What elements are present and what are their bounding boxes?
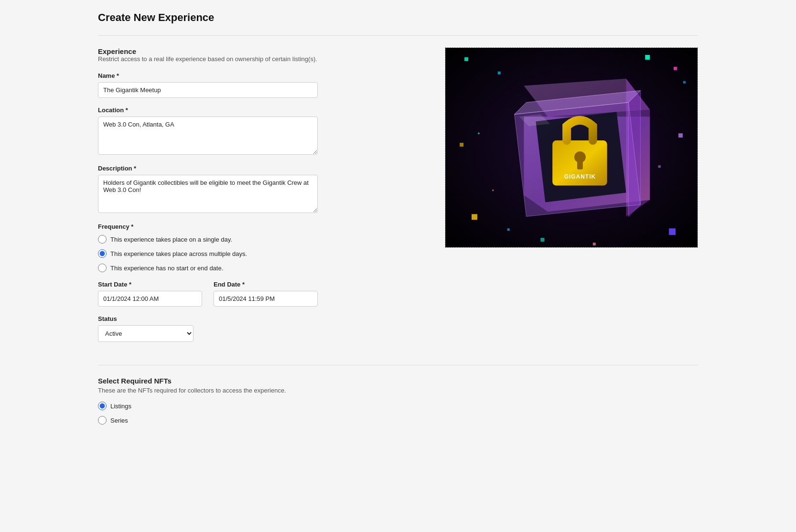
frequency-single-option[interactable]: This experience takes place on a single … (98, 235, 318, 244)
location-input[interactable]: Web 3.0 Con, Atlanta, GA (98, 117, 318, 155)
experience-subtext: Restrict access to a real life experienc… (98, 55, 318, 63)
end-date-input[interactable] (214, 291, 318, 307)
svg-text:GIGANTIK: GIGANTIK (564, 173, 596, 180)
svg-rect-5 (683, 81, 686, 84)
frequency-nodate-label: This experience has no start or end date… (110, 265, 223, 272)
svg-rect-6 (460, 143, 463, 147)
location-label: Location * (98, 106, 318, 114)
svg-rect-9 (669, 228, 676, 235)
nft-image: GIGANTIK (445, 48, 698, 247)
svg-point-30 (492, 190, 494, 192)
section-header: Experience Restrict access to a real lif… (98, 47, 318, 63)
frequency-field-group: Frequency * This experience takes place … (98, 223, 318, 272)
frequency-nodate-radio[interactable] (98, 264, 107, 272)
form-column: Experience Restrict access to a real lif… (98, 47, 318, 353)
frequency-single-label: This experience takes place on a single … (110, 236, 232, 243)
image-preview-area: GIGANTIK (445, 47, 698, 248)
nft-listings-option[interactable]: Listings (98, 402, 698, 410)
frequency-label: Frequency * (98, 223, 318, 230)
nft-series-label: Series (110, 417, 128, 424)
section-divider (98, 365, 698, 365)
start-date-input[interactable] (98, 291, 202, 307)
svg-rect-3 (645, 55, 650, 60)
nfts-heading: Select Required NFTs (98, 377, 698, 385)
svg-rect-7 (472, 214, 477, 220)
page-container: Create New Experience Experience Restric… (83, 0, 713, 532)
svg-rect-11 (593, 243, 596, 245)
nft-listings-radio[interactable] (98, 402, 107, 410)
svg-rect-22 (577, 161, 583, 170)
nfts-subtext: These are the NFTs required for collecto… (98, 387, 698, 394)
description-input[interactable]: Holders of Gigantik collectibles will be… (98, 175, 318, 213)
svg-rect-2 (498, 72, 501, 74)
nft-svg: GIGANTIK (445, 48, 698, 247)
nft-section: Select Required NFTs These are the NFTs … (98, 375, 698, 425)
frequency-single-radio[interactable] (98, 235, 107, 244)
svg-point-29 (658, 165, 661, 168)
start-date-label: Start Date * (98, 281, 202, 288)
svg-rect-10 (540, 238, 544, 242)
date-row: Start Date * End Date * (98, 281, 318, 307)
page-title: Create New Experience (98, 11, 698, 24)
name-field-group: Name * (98, 72, 318, 98)
experience-section: Experience Restrict access to a real lif… (98, 47, 698, 353)
image-column: GIGANTIK (333, 47, 698, 248)
frequency-multiple-radio[interactable] (98, 249, 107, 258)
frequency-multiple-label: This experience takes place across multi… (110, 250, 247, 257)
svg-rect-12 (507, 228, 510, 231)
nft-listings-label: Listings (110, 403, 131, 410)
status-label: Status (98, 315, 318, 322)
description-field-group: Description * Holders of Gigantik collec… (98, 165, 318, 214)
end-date-label: End Date * (214, 281, 318, 288)
frequency-multiple-option[interactable]: This experience takes place across multi… (98, 249, 318, 258)
status-select[interactable]: Active Inactive Draft (98, 325, 194, 342)
name-label: Name * (98, 72, 318, 79)
top-divider (98, 35, 698, 36)
experience-heading: Experience (98, 47, 136, 55)
description-label: Description * (98, 165, 318, 172)
end-date-field: End Date * (214, 281, 318, 307)
nft-series-option[interactable]: Series (98, 416, 698, 425)
frequency-nodate-option[interactable]: This experience has no start or end date… (98, 264, 318, 272)
svg-point-28 (478, 132, 480, 134)
svg-rect-1 (464, 57, 468, 61)
name-input[interactable] (98, 82, 318, 98)
start-date-field: Start Date * (98, 281, 202, 307)
nft-series-radio[interactable] (98, 416, 107, 425)
status-field: Status Active Inactive Draft (98, 315, 318, 342)
svg-rect-4 (674, 67, 677, 70)
svg-rect-8 (678, 133, 683, 138)
location-field-group: Location * Web 3.0 Con, Atlanta, GA (98, 106, 318, 156)
